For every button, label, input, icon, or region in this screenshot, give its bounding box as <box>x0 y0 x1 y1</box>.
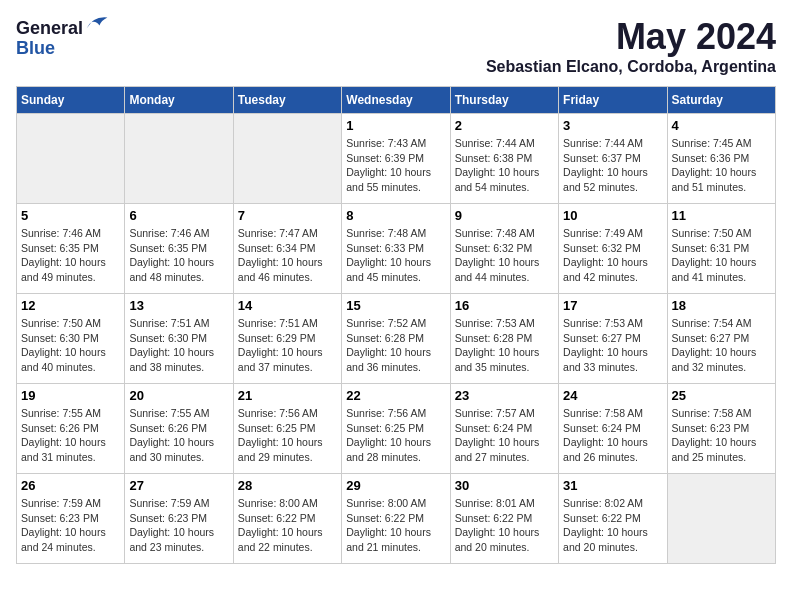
day-info: Sunrise: 7:48 AMSunset: 6:33 PMDaylight:… <box>346 226 445 285</box>
calendar-cell: 19Sunrise: 7:55 AMSunset: 6:26 PMDayligh… <box>17 384 125 474</box>
day-info: Sunrise: 7:53 AMSunset: 6:27 PMDaylight:… <box>563 316 662 375</box>
day-number: 23 <box>455 388 554 403</box>
calendar-cell: 23Sunrise: 7:57 AMSunset: 6:24 PMDayligh… <box>450 384 558 474</box>
day-info: Sunrise: 7:57 AMSunset: 6:24 PMDaylight:… <box>455 406 554 465</box>
day-info: Sunrise: 8:02 AMSunset: 6:22 PMDaylight:… <box>563 496 662 555</box>
calendar-cell: 7Sunrise: 7:47 AMSunset: 6:34 PMDaylight… <box>233 204 341 294</box>
calendar-cell: 3Sunrise: 7:44 AMSunset: 6:37 PMDaylight… <box>559 114 667 204</box>
calendar-cell <box>667 474 775 564</box>
calendar-cell: 12Sunrise: 7:50 AMSunset: 6:30 PMDayligh… <box>17 294 125 384</box>
day-number: 24 <box>563 388 662 403</box>
weekday-header-sunday: Sunday <box>17 87 125 114</box>
calendar-cell: 16Sunrise: 7:53 AMSunset: 6:28 PMDayligh… <box>450 294 558 384</box>
day-info: Sunrise: 7:52 AMSunset: 6:28 PMDaylight:… <box>346 316 445 375</box>
day-number: 10 <box>563 208 662 223</box>
calendar-cell <box>17 114 125 204</box>
month-year-title: May 2024 <box>486 16 776 58</box>
logo-general: General <box>16 18 83 38</box>
calendar-cell: 30Sunrise: 8:01 AMSunset: 6:22 PMDayligh… <box>450 474 558 564</box>
day-number: 7 <box>238 208 337 223</box>
calendar-cell: 29Sunrise: 8:00 AMSunset: 6:22 PMDayligh… <box>342 474 450 564</box>
page-header: General Blue May 2024 Sebastian Elcano, … <box>16 16 776 76</box>
day-info: Sunrise: 7:55 AMSunset: 6:26 PMDaylight:… <box>129 406 228 465</box>
day-info: Sunrise: 7:51 AMSunset: 6:30 PMDaylight:… <box>129 316 228 375</box>
day-number: 30 <box>455 478 554 493</box>
calendar-cell: 31Sunrise: 8:02 AMSunset: 6:22 PMDayligh… <box>559 474 667 564</box>
title-area: May 2024 Sebastian Elcano, Cordoba, Arge… <box>486 16 776 76</box>
day-number: 17 <box>563 298 662 313</box>
day-info: Sunrise: 7:43 AMSunset: 6:39 PMDaylight:… <box>346 136 445 195</box>
day-info: Sunrise: 7:58 AMSunset: 6:23 PMDaylight:… <box>672 406 771 465</box>
day-number: 13 <box>129 298 228 313</box>
day-number: 28 <box>238 478 337 493</box>
day-number: 31 <box>563 478 662 493</box>
day-info: Sunrise: 7:51 AMSunset: 6:29 PMDaylight:… <box>238 316 337 375</box>
calendar-cell: 22Sunrise: 7:56 AMSunset: 6:25 PMDayligh… <box>342 384 450 474</box>
calendar-cell: 24Sunrise: 7:58 AMSunset: 6:24 PMDayligh… <box>559 384 667 474</box>
day-info: Sunrise: 7:46 AMSunset: 6:35 PMDaylight:… <box>129 226 228 285</box>
calendar-cell: 11Sunrise: 7:50 AMSunset: 6:31 PMDayligh… <box>667 204 775 294</box>
calendar-week-5: 26Sunrise: 7:59 AMSunset: 6:23 PMDayligh… <box>17 474 776 564</box>
weekday-header-saturday: Saturday <box>667 87 775 114</box>
logo-bird-icon <box>85 14 109 32</box>
weekday-header-tuesday: Tuesday <box>233 87 341 114</box>
day-number: 19 <box>21 388 120 403</box>
day-info: Sunrise: 7:50 AMSunset: 6:31 PMDaylight:… <box>672 226 771 285</box>
calendar-cell: 13Sunrise: 7:51 AMSunset: 6:30 PMDayligh… <box>125 294 233 384</box>
calendar-cell: 10Sunrise: 7:49 AMSunset: 6:32 PMDayligh… <box>559 204 667 294</box>
day-info: Sunrise: 7:59 AMSunset: 6:23 PMDaylight:… <box>21 496 120 555</box>
day-number: 3 <box>563 118 662 133</box>
day-info: Sunrise: 7:48 AMSunset: 6:32 PMDaylight:… <box>455 226 554 285</box>
day-info: Sunrise: 7:56 AMSunset: 6:25 PMDaylight:… <box>346 406 445 465</box>
calendar-cell <box>125 114 233 204</box>
day-info: Sunrise: 7:44 AMSunset: 6:37 PMDaylight:… <box>563 136 662 195</box>
day-number: 25 <box>672 388 771 403</box>
calendar-cell: 14Sunrise: 7:51 AMSunset: 6:29 PMDayligh… <box>233 294 341 384</box>
day-number: 6 <box>129 208 228 223</box>
day-number: 12 <box>21 298 120 313</box>
day-number: 15 <box>346 298 445 313</box>
day-info: Sunrise: 7:45 AMSunset: 6:36 PMDaylight:… <box>672 136 771 195</box>
day-info: Sunrise: 7:50 AMSunset: 6:30 PMDaylight:… <box>21 316 120 375</box>
calendar-week-2: 5Sunrise: 7:46 AMSunset: 6:35 PMDaylight… <box>17 204 776 294</box>
calendar-body: 1Sunrise: 7:43 AMSunset: 6:39 PMDaylight… <box>17 114 776 564</box>
day-number: 29 <box>346 478 445 493</box>
calendar-cell: 5Sunrise: 7:46 AMSunset: 6:35 PMDaylight… <box>17 204 125 294</box>
day-info: Sunrise: 7:55 AMSunset: 6:26 PMDaylight:… <box>21 406 120 465</box>
calendar-cell <box>233 114 341 204</box>
logo-blue: Blue <box>16 38 55 58</box>
calendar-table: SundayMondayTuesdayWednesdayThursdayFrid… <box>16 86 776 564</box>
calendar-header-row: SundayMondayTuesdayWednesdayThursdayFrid… <box>17 87 776 114</box>
calendar-cell: 2Sunrise: 7:44 AMSunset: 6:38 PMDaylight… <box>450 114 558 204</box>
logo: General Blue <box>16 16 109 59</box>
day-info: Sunrise: 7:46 AMSunset: 6:35 PMDaylight:… <box>21 226 120 285</box>
day-info: Sunrise: 7:59 AMSunset: 6:23 PMDaylight:… <box>129 496 228 555</box>
day-info: Sunrise: 7:44 AMSunset: 6:38 PMDaylight:… <box>455 136 554 195</box>
calendar-week-4: 19Sunrise: 7:55 AMSunset: 6:26 PMDayligh… <box>17 384 776 474</box>
calendar-cell: 1Sunrise: 7:43 AMSunset: 6:39 PMDaylight… <box>342 114 450 204</box>
day-number: 26 <box>21 478 120 493</box>
day-info: Sunrise: 7:49 AMSunset: 6:32 PMDaylight:… <box>563 226 662 285</box>
weekday-header-friday: Friday <box>559 87 667 114</box>
calendar-cell: 17Sunrise: 7:53 AMSunset: 6:27 PMDayligh… <box>559 294 667 384</box>
calendar-cell: 18Sunrise: 7:54 AMSunset: 6:27 PMDayligh… <box>667 294 775 384</box>
calendar-cell: 28Sunrise: 8:00 AMSunset: 6:22 PMDayligh… <box>233 474 341 564</box>
day-number: 21 <box>238 388 337 403</box>
day-number: 20 <box>129 388 228 403</box>
day-number: 4 <box>672 118 771 133</box>
weekday-header-thursday: Thursday <box>450 87 558 114</box>
day-number: 11 <box>672 208 771 223</box>
day-info: Sunrise: 7:56 AMSunset: 6:25 PMDaylight:… <box>238 406 337 465</box>
calendar-cell: 21Sunrise: 7:56 AMSunset: 6:25 PMDayligh… <box>233 384 341 474</box>
calendar-cell: 26Sunrise: 7:59 AMSunset: 6:23 PMDayligh… <box>17 474 125 564</box>
calendar-week-1: 1Sunrise: 7:43 AMSunset: 6:39 PMDaylight… <box>17 114 776 204</box>
day-number: 18 <box>672 298 771 313</box>
location-title: Sebastian Elcano, Cordoba, Argentina <box>486 58 776 76</box>
day-number: 2 <box>455 118 554 133</box>
calendar-cell: 25Sunrise: 7:58 AMSunset: 6:23 PMDayligh… <box>667 384 775 474</box>
calendar-cell: 27Sunrise: 7:59 AMSunset: 6:23 PMDayligh… <box>125 474 233 564</box>
day-number: 22 <box>346 388 445 403</box>
calendar-cell: 15Sunrise: 7:52 AMSunset: 6:28 PMDayligh… <box>342 294 450 384</box>
day-number: 14 <box>238 298 337 313</box>
calendar-cell: 6Sunrise: 7:46 AMSunset: 6:35 PMDaylight… <box>125 204 233 294</box>
